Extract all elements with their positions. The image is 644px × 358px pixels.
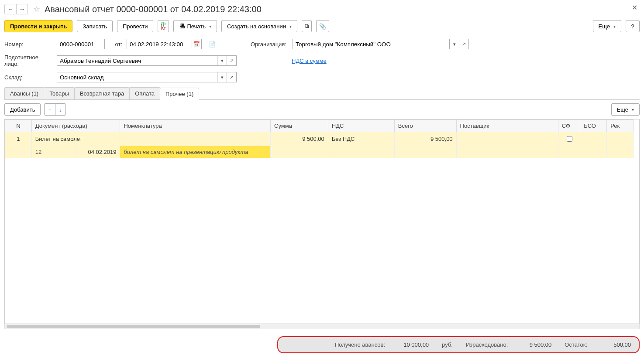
col-bso[interactable]: БСО: [580, 120, 607, 132]
forward-button[interactable]: →: [16, 4, 28, 14]
expenses-table: N Документ (расхода) Номенклатура Сумма …: [5, 119, 634, 158]
subcell-nomenclature: билет на самолет на презентацию продукта: [120, 146, 271, 158]
col-total[interactable]: Всего: [394, 120, 456, 132]
received-value: 10 000,00: [398, 341, 429, 348]
cell-vat: Без НДС: [328, 132, 394, 146]
tab-goods[interactable]: Товары: [44, 87, 75, 99]
more-label: Еще: [599, 23, 610, 30]
person-input-group: ▾: [57, 55, 237, 66]
open-external-icon: [230, 58, 234, 64]
post-button[interactable]: Провести: [117, 20, 154, 32]
debit-credit-button[interactable]: ДтКт: [158, 20, 169, 32]
number-input[interactable]: [57, 39, 105, 49]
printer-icon: [179, 23, 185, 30]
main-toolbar: Провести и закрыть Записать Провести ДтК…: [4, 20, 640, 32]
open-external-icon: [462, 41, 466, 47]
from-label: от:: [112, 41, 122, 48]
cell-sf: [558, 132, 580, 146]
save-button[interactable]: Записать: [77, 20, 113, 32]
date-input[interactable]: [127, 39, 192, 49]
cell-nomenclature: [120, 132, 271, 146]
col-sum[interactable]: Сумма: [271, 120, 328, 132]
org-open-button[interactable]: [459, 39, 469, 49]
date-input-group: [127, 39, 202, 49]
open-external-icon: [230, 75, 234, 80]
create-based-label: Создать на основании: [227, 23, 286, 30]
grid-container[interactable]: N Документ (расхода) Номенклатура Сумма …: [4, 119, 640, 324]
page-title: Авансовый отчет 0000-000001 от 04.02.201…: [45, 4, 262, 14]
col-supplier[interactable]: Поставщик: [456, 120, 558, 132]
horizontal-scrollbar[interactable]: [4, 324, 640, 329]
row-person: Подотчетное лицо: ▾ НДС в сумме: [4, 54, 640, 67]
attachments-button[interactable]: [316, 20, 329, 32]
spent-value: 9 500,00: [521, 341, 551, 348]
move-up-button[interactable]: ↑: [45, 104, 55, 115]
add-row-button[interactable]: Добавить: [4, 103, 41, 116]
tab-toolbar: Добавить ↑ ↓ Еще: [4, 103, 640, 116]
document-new-icon[interactable]: 📄: [209, 41, 216, 48]
warehouse-input[interactable]: [57, 72, 217, 82]
tab-other[interactable]: Прочее (1): [160, 88, 199, 100]
post-and-close-button[interactable]: Провести и закрыть: [4, 20, 72, 32]
scroll-thumb[interactable]: [7, 325, 260, 328]
number-label: Номер:: [4, 41, 52, 48]
tab-return-pack[interactable]: Возвратная тара: [74, 87, 130, 99]
row-number-org: Номер: от: 📄 Организация: ▾: [4, 38, 640, 50]
tab-more-button[interactable]: Еще: [611, 103, 640, 116]
person-dropdown-button[interactable]: ▾: [217, 55, 227, 66]
col-rek[interactable]: Рек: [607, 120, 634, 132]
org-input[interactable]: [293, 39, 450, 49]
cell-total: 9 500,00: [394, 132, 456, 146]
calendar-icon: [193, 41, 200, 47]
subcell-doc-num: 12: [32, 146, 76, 158]
warehouse-open-button[interactable]: [227, 72, 237, 82]
tab-payment[interactable]: Оплата: [129, 87, 160, 99]
person-input[interactable]: [57, 55, 217, 66]
warehouse-label: Склад:: [4, 74, 52, 81]
balance-label: Остаток:: [565, 341, 587, 348]
help-button[interactable]: ?: [626, 20, 640, 32]
move-down-button[interactable]: ↓: [55, 104, 65, 115]
create-based-button[interactable]: Создать на основании: [221, 20, 297, 32]
print-button[interactable]: Печать: [173, 20, 217, 32]
subcell-empty: [5, 146, 32, 158]
cell-rek: [607, 132, 634, 146]
tab-more-label: Еще: [617, 106, 628, 113]
footer-summary: Получено авансов: 10 000,00 руб. Израсхо…: [277, 336, 640, 353]
sf-checkbox[interactable]: [567, 136, 572, 142]
calendar-button[interactable]: [192, 39, 202, 49]
col-n[interactable]: N: [5, 120, 32, 132]
org-label: Организация:: [251, 41, 288, 48]
balance-value: 500,00: [600, 341, 631, 348]
person-label: Подотчетное лицо:: [4, 54, 52, 67]
org-dropdown-button[interactable]: ▾: [450, 39, 459, 49]
row-warehouse: Склад: ▾: [4, 72, 640, 83]
move-row-buttons: ↑ ↓: [44, 103, 66, 116]
subcell-doc: 12 04.02.2019: [31, 146, 120, 158]
cell-n: 1: [5, 132, 32, 146]
cell-bso: [580, 132, 607, 146]
table-row[interactable]: 1 Билет на самолет 9 500,00 Без НДС 9 50…: [5, 132, 634, 146]
col-vat[interactable]: НДС: [328, 120, 394, 132]
cell-supplier: [456, 132, 558, 146]
subcell-doc-date: 04.02.2019: [76, 146, 120, 158]
favorite-star-icon[interactable]: ☆: [33, 4, 40, 14]
col-nomenclature[interactable]: Номенклатура: [120, 120, 271, 132]
nav-arrows: ← →: [4, 4, 28, 14]
warehouse-input-group: ▾: [57, 72, 237, 82]
back-button[interactable]: ←: [5, 4, 16, 14]
structure-icon: [305, 23, 309, 30]
more-button[interactable]: Еще: [593, 20, 621, 32]
table-subrow[interactable]: 12 04.02.2019 билет на самолет на презен…: [5, 146, 634, 158]
col-sf[interactable]: СФ: [558, 120, 580, 132]
spent-label: Израсходовано:: [466, 341, 508, 348]
col-document[interactable]: Документ (расхода): [31, 120, 120, 132]
close-icon[interactable]: ✕: [632, 3, 637, 12]
org-input-group: ▾: [293, 39, 469, 49]
tabs: Авансы (1) Товары Возвратная тара Оплата…: [4, 87, 640, 100]
person-open-button[interactable]: [227, 55, 237, 66]
vat-link[interactable]: НДС в сумме: [292, 58, 327, 64]
tab-advances[interactable]: Авансы (1): [4, 87, 44, 99]
structure-button[interactable]: [302, 20, 312, 32]
warehouse-dropdown-button[interactable]: ▾: [217, 72, 227, 82]
